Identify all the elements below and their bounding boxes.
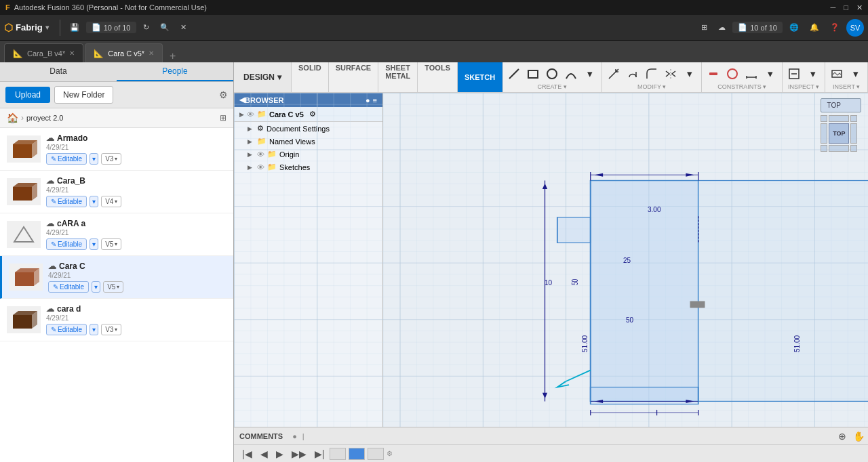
design-dropdown[interactable]: DESIGN ▾ [234,62,292,92]
apps-btn[interactable]: ⊞ [697,22,711,33]
nav-next-btn[interactable]: ▶▶ [289,447,309,461]
search-btn[interactable]: 🔍 [156,22,174,33]
breadcrumb-home-icon[interactable]: 🏠 [7,112,18,123]
cube-nav7[interactable] [829,145,849,152]
file-item-cara_b[interactable]: ☁Cara_B4/29/21✎ Editable▾V4 ▾ [0,171,233,213]
bottom-move-icon[interactable]: ⊕ [837,429,848,443]
editable-btn-1[interactable]: ✎ Editable [46,196,87,207]
cube-face-top[interactable]: TOP [829,123,849,144]
editable-arrow-2[interactable]: ▾ [90,238,98,250]
file-name-0: ☁Armado [46,133,226,143]
trim-tool-btn[interactable] [605,65,623,83]
comments-expand-icon[interactable]: | [302,432,304,440]
circle-constraint-btn[interactable] [724,65,741,83]
brand-label[interactable]: ⬡ Fabrig ▾ [4,22,49,34]
circle-tool-btn[interactable] [543,65,561,83]
line-tool-btn[interactable] [505,65,523,83]
notification-btn[interactable]: 🔔 [806,22,823,33]
breadcrumb-grid-icon[interactable]: ⊞ [220,113,226,123]
extend-tool-btn[interactable] [624,65,642,83]
tab-cara-c[interactable]: 📐 Cara C v5* ✕ [85,43,163,62]
surface-tab[interactable]: SURFACE [329,62,379,92]
tools-tab[interactable]: TOOLS [418,62,458,92]
editable-btn-2[interactable]: ✎ Editable [46,238,87,250]
tab-close-icon[interactable]: ✕ [69,49,75,57]
mirror-tool-btn[interactable] [662,65,679,83]
comments-dot-icon: ● [292,432,297,440]
data-tab[interactable]: Data [0,62,117,81]
nav-last-btn[interactable]: ▶| [312,447,328,461]
nav-frame1[interactable] [330,448,346,460]
nav-prev-btn[interactable]: ◀ [258,447,271,461]
version-btn-4[interactable]: V3 ▾ [101,324,121,335]
version-btn-2[interactable]: V5 ▾ [101,238,121,250]
save-btn[interactable]: 💾 [66,22,83,33]
solid-tab[interactable]: SOLID [292,62,329,92]
user-avatar[interactable]: SV [846,19,864,37]
editable-arrow-3[interactable]: ▾ [92,281,100,293]
editable-btn-4[interactable]: ✎ Editable [46,324,87,335]
view-top-label[interactable]: TOP [821,98,861,112]
new-folder-button[interactable]: New Folder [54,86,113,104]
sketch-tab[interactable]: SKETCH [458,62,502,92]
coincident-btn[interactable] [705,65,722,83]
modify-dropdown-btn[interactable]: ▾ [681,65,698,83]
insert-dropdown-btn[interactable]: ▾ [847,65,865,83]
rect-tool-btn[interactable] [524,65,542,83]
bottom-pan-icon[interactable]: ✋ [852,429,866,443]
file-name-text-3: Cara C [59,261,85,271]
nav-frame3[interactable] [368,448,384,460]
view-cube[interactable]: TOP TOP [821,98,861,139]
create-dropdown-btn[interactable]: ▾ [581,65,599,83]
cube-nav6[interactable] [821,145,827,152]
close-edit-btn[interactable]: ✕ [176,22,191,33]
fillet-tool-btn[interactable] [643,65,660,83]
inspect-dropdown-btn[interactable]: ▾ [804,65,822,83]
window-controls[interactable]: ─ □ ✕ [831,3,863,12]
editable-arrow-4[interactable]: ▾ [90,324,98,335]
file-item-caraa[interactable]: ☁cARA a4/29/21✎ Editable▾V5 ▾ [0,213,233,256]
cube-nav[interactable] [821,115,827,122]
nav-play-btn[interactable]: ▶ [273,447,286,461]
refresh-btn[interactable]: ↻ [139,22,153,33]
cube-nav2[interactable] [829,115,849,122]
close-btn[interactable]: ✕ [856,3,863,12]
editable-arrow-0[interactable]: ▾ [90,153,98,165]
cube-nav3[interactable] [850,115,857,122]
cloud-save-btn[interactable]: ☁ [714,22,730,33]
inspect-measure-btn[interactable] [785,65,803,83]
settings-gear-btn[interactable]: ⚙ [219,89,228,100]
file-item-armado[interactable]: ☁Armado4/29/21✎ Editable▾V3 ▾ [0,128,233,171]
insert-image-btn[interactable] [828,65,846,83]
breadcrumb-project[interactable]: proyect 2.0 [26,114,63,122]
dimension-btn[interactable] [743,65,760,83]
nav-first-btn[interactable]: |◀ [239,447,255,461]
help-btn[interactable]: ❓ [826,22,844,33]
editable-btn-3[interactable]: ✎ Editable [48,281,89,293]
network-btn[interactable]: 🌐 [785,22,803,33]
minimize-btn[interactable]: ─ [831,3,836,12]
upload-button[interactable]: Upload [5,87,50,103]
tab-add-btn[interactable]: + [167,50,178,62]
brand-dropdown-icon[interactable]: ▾ [45,24,49,31]
version-btn-0[interactable]: V3 ▾ [101,153,121,165]
file-item-carad[interactable]: ☁cara d4/29/21✎ Editable▾V3 ▾ [0,299,233,341]
cube-nav5[interactable] [850,123,857,144]
tab-close-icon2[interactable]: ✕ [149,49,154,57]
version-btn-1[interactable]: V4 ▾ [101,196,121,207]
editable-btn-0[interactable]: ✎ Editable [46,153,87,165]
file-item-carac[interactable]: ☁Cara C4/29/21✎ Editable▾V5 ▾ [0,256,233,299]
left-panel: Data People Upload New Folder ⚙ 🏠 › proy… [0,62,234,462]
cube-nav8[interactable] [850,145,857,152]
constraints-dropdown-btn[interactable]: ▾ [762,65,779,83]
tab-cara-b[interactable]: 📐 Cara_B v4* ✕ [4,43,83,62]
arc-tool-btn[interactable] [562,65,580,83]
sheet-metal-tab[interactable]: SHEET METAL [378,62,418,92]
maximize-btn[interactable]: □ [844,3,848,12]
nav-frame2[interactable] [349,448,365,460]
constraints-group: ▾ CONSTRAINTS ▾ [702,62,783,92]
people-tab[interactable]: People [117,62,233,81]
version-btn-3[interactable]: V5 ▾ [103,281,123,293]
editable-arrow-1[interactable]: ▾ [90,196,98,207]
cube-nav4[interactable] [821,123,827,144]
